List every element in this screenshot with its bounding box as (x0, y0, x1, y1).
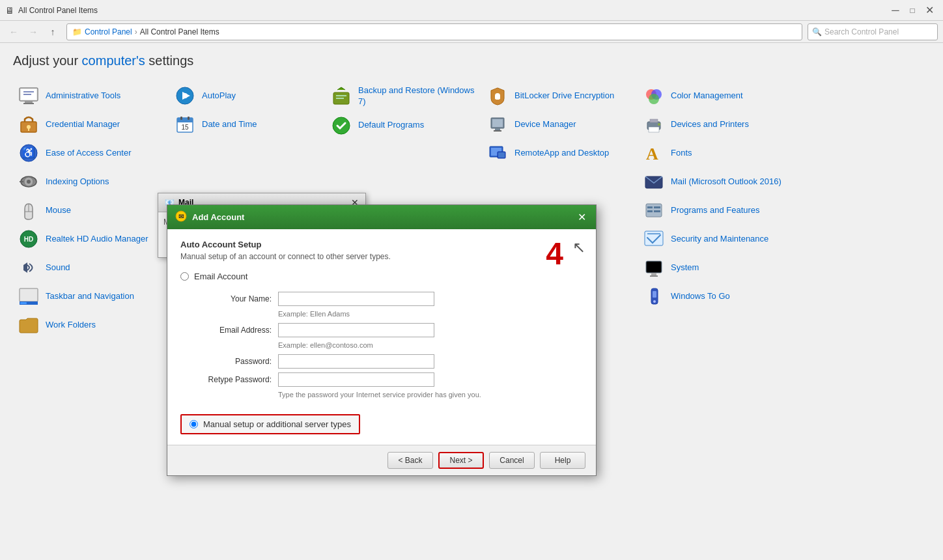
ease-of-access-label: Ease of Access Center (46, 148, 132, 159)
back-btn[interactable]: ← (5, 23, 22, 40)
your-name-input[interactable] (278, 292, 434, 306)
email-address-input[interactable] (278, 323, 434, 337)
email-account-radio[interactable] (180, 272, 189, 281)
maximize-btn[interactable]: □ (904, 3, 921, 18)
cp-col-5: Color Management Devices and Printers A … (638, 81, 795, 339)
breadcrumb-all-items[interactable]: All Control Panel Items (140, 27, 219, 36)
svg-rect-55 (647, 210, 653, 212)
cp-item-system[interactable]: System (638, 253, 795, 282)
breadcrumb: 📁 Control Panel › All Control Panel Item… (66, 23, 802, 40)
cp-item-administrative-tools[interactable]: Administrative Tools (13, 81, 169, 110)
cp-item-date-time[interactable]: 15 Date and Time (169, 110, 326, 139)
cp-item-windows-to-go[interactable]: Windows To Go (638, 282, 795, 311)
manual-setup-container: Manual setup or additional server types (180, 414, 583, 434)
cp-item-bitlocker[interactable]: BitLocker Drive Encryption (482, 81, 638, 110)
cp-col-1: Administrative Tools Credential Manager … (13, 81, 169, 339)
svg-rect-33 (336, 98, 344, 99)
cp-item-ease-of-access[interactable]: ♿ Ease of Access Center (13, 139, 169, 167)
cp-item-realtek[interactable]: HD Realtek HD Audio Manager (13, 225, 169, 253)
cp-item-autoplay[interactable]: AutoPlay (169, 81, 326, 110)
cp-item-remoteapp[interactable]: RemoteApp and Desktop (482, 139, 638, 167)
cp-item-taskbar[interactable]: Taskbar and Navigation (13, 282, 169, 311)
backup-label: Backup and Restore (Windows 7) (358, 85, 477, 107)
email-account-label: Email Account (194, 272, 247, 281)
indexing-options-icon (18, 171, 39, 192)
svg-text:♿: ♿ (22, 147, 35, 159)
cp-item-backup[interactable]: Backup and Restore (Windows 7) (326, 81, 482, 111)
indexing-options-label: Indexing Options (46, 176, 109, 188)
cp-item-sound[interactable]: Sound (13, 253, 169, 282)
cp-item-device-manager[interactable]: Device Manager (482, 110, 638, 139)
email-address-hint: Example: ellen@contoso.com (278, 341, 583, 349)
cp-item-fonts[interactable]: A Fonts (638, 139, 795, 167)
add-account-icon: ✉ (175, 210, 187, 224)
taskbar-icon (18, 286, 39, 307)
autoplay-icon (175, 85, 195, 106)
retype-password-input[interactable] (278, 372, 434, 387)
help-button[interactable]: Help (540, 452, 585, 469)
your-name-hint: Example: Ellen Adams (278, 310, 583, 318)
svg-rect-36 (492, 119, 503, 127)
cp-item-default-programs[interactable]: Default Programs (326, 111, 482, 140)
programs-features-icon (643, 200, 664, 221)
devices-printers-icon (643, 114, 664, 135)
breadcrumb-control-panel[interactable]: Control Panel (85, 27, 132, 36)
cp-item-indexing-options[interactable]: Indexing Options (13, 167, 169, 196)
bitlocker-icon (487, 85, 508, 106)
up-btn[interactable]: ↑ (44, 23, 61, 40)
password-row: Password: (193, 354, 583, 369)
add-account-title-bar: ✉ Add Account ✕ (167, 205, 596, 229)
cp-item-programs-features[interactable]: Programs and Features (638, 196, 795, 225)
next-button[interactable]: Next > (438, 452, 484, 469)
color-mgmt-label: Color Management (671, 91, 743, 102)
svg-point-49 (658, 123, 660, 126)
work-folders-icon (18, 315, 39, 335)
windows-to-go-label: Windows To Go (671, 291, 730, 302)
cursor-icon: ↖ (572, 238, 585, 257)
remoteapp-label: RemoteApp and Desktop (514, 148, 609, 159)
email-address-label: Email Address: (193, 326, 278, 335)
realtek-icon: HD (18, 229, 39, 249)
svg-rect-42 (498, 152, 505, 158)
remoteapp-icon (487, 143, 508, 163)
manual-setup-option[interactable]: Manual setup or additional server types (180, 414, 360, 434)
email-account-option[interactable]: Email Account (180, 272, 583, 281)
page-title-highlight: computer's (82, 53, 145, 68)
svg-rect-4 (25, 101, 33, 103)
svg-rect-63 (653, 291, 656, 298)
cp-item-work-folders[interactable]: Work Folders (13, 311, 169, 339)
cp-item-mail[interactable]: Mail (Microsoft Outlook 2016) (638, 167, 795, 196)
add-account-close-btn[interactable]: ✕ (575, 211, 588, 224)
svg-rect-27 (177, 121, 193, 122)
mail-label: Mail (Microsoft Outlook 2016) (671, 176, 781, 188)
manual-setup-radio[interactable] (190, 420, 198, 428)
mouse-label: Mouse (46, 205, 71, 216)
cp-item-mouse[interactable]: Mouse (13, 196, 169, 225)
main-content: Adjust your computer's settings Administ… (0, 43, 943, 350)
password-input[interactable] (278, 354, 434, 369)
cp-item-color-mgmt[interactable]: Color Management (638, 81, 795, 110)
cp-item-devices-printers[interactable]: Devices and Printers (638, 110, 795, 139)
search-icon: 🔍 (812, 27, 822, 36)
cancel-button[interactable]: Cancel (489, 452, 535, 469)
mail-icon (643, 171, 664, 192)
close-btn[interactable]: ✕ (921, 3, 938, 18)
credential-manager-label: Credential Manager (46, 119, 120, 130)
title-bar-icon: 🖥 (5, 5, 14, 16)
step-number: 4 (546, 236, 563, 272)
fonts-label: Fonts (671, 148, 692, 159)
svg-text:15: 15 (181, 124, 189, 131)
svg-rect-59 (647, 262, 660, 272)
cp-item-credential-manager[interactable]: Credential Manager (13, 110, 169, 139)
devices-printers-label: Devices and Printers (671, 119, 749, 130)
security-maintenance-icon (643, 229, 664, 249)
cp-item-security-maintenance[interactable]: Security and Maintenance (638, 225, 795, 253)
date-time-icon: 15 (175, 114, 195, 135)
back-button[interactable]: < Back (387, 452, 433, 469)
minimize-btn[interactable]: ─ (887, 3, 904, 18)
security-maintenance-label: Security and Maintenance (671, 234, 768, 245)
forward-btn[interactable]: → (25, 23, 42, 40)
svg-point-45 (649, 94, 659, 104)
email-form: Your Name: Example: Ellen Adams Email Ad… (193, 292, 583, 399)
search-bar[interactable]: 🔍 Search Control Panel (808, 23, 938, 40)
